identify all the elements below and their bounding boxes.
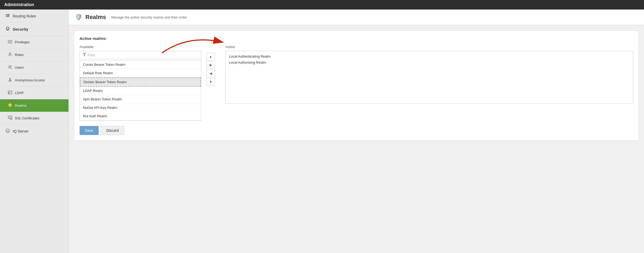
security-icon [5,26,10,32]
svg-rect-14 [8,91,12,94]
move-up-button[interactable]: ▲ [206,53,215,60]
page-header-icon: 🛡️ [75,14,82,21]
sidebar-label-iq-server: IQ Server [13,129,29,133]
save-button[interactable]: Save [80,126,99,135]
sidebar-label-users: Users [15,65,24,69]
realm-item-ldap[interactable]: LDAP Realm [80,87,201,95]
privileges-icon [8,40,12,45]
available-label: Available [80,45,201,49]
filter-icon [82,53,86,57]
button-row: Save Discard [80,126,633,135]
users-icon [8,65,12,70]
anon-icon [8,78,12,83]
page-subtitle: Manage the active security realms and th… [111,15,187,19]
available-realms-list: Conan Bearer Token Realm Default Role Re… [80,60,201,121]
sidebar-label-ssl-certificates: SSL Certificates [15,116,39,120]
move-right-button[interactable]: ▶ [206,61,215,69]
roles-icon [8,52,12,57]
sidebar-item-routing-rules[interactable]: Routing Rules [0,10,68,23]
svg-rect-6 [7,30,8,30]
top-bar: Administration [0,0,644,10]
move-down-button[interactable]: ▼ [206,78,215,86]
svg-point-10 [9,53,11,54]
section-label: Active realms: [80,36,633,41]
realm-item-default-role[interactable]: Default Role Realm [80,69,201,77]
app-container: Administration Routing Rules [0,0,644,253]
svg-point-11 [9,66,10,67]
controls-column: ▲ ▶ ◀ ▼ [206,45,215,86]
discard-button[interactable]: Discard [101,126,124,135]
realm-item-npm[interactable]: npm Bearer Token Realm [80,95,201,104]
sidebar-item-ssl-certificates[interactable]: SSL Certificates [0,112,68,125]
filter-box[interactable]: Filter [80,51,201,59]
sidebar-label-routing-rules: Routing Rules [13,14,36,18]
sidebar-item-ldap[interactable]: LDAP [0,87,68,99]
sidebar-item-users[interactable]: Users [0,61,68,74]
move-left-button[interactable]: ◀ [206,70,215,77]
ldap-icon [8,90,12,95]
realm-item-conan[interactable]: Conan Bearer Token Realm [80,60,201,69]
active-label: Active [226,45,633,49]
iq-icon: IQ [5,128,10,134]
sidebar-label-anonymous-access: Anonymous Access [15,78,45,82]
svg-point-13 [9,78,11,80]
sidebar-item-privileges[interactable]: Privileges [0,36,68,49]
realms-layout: Available Filter [80,45,633,121]
page-title: Realms [85,14,106,21]
sidebar-item-security[interactable]: Security [0,23,68,36]
main-content: 🛡️ Realms Manage the active security rea… [69,10,644,253]
active-realm-local-authz[interactable]: Local Authorizing Realm [229,59,630,65]
active-realms-list: Local Authenticating Realm Local Authori… [226,51,633,104]
svg-marker-24 [82,53,86,57]
sidebar-label-security: Security [13,27,28,31]
svg-rect-16 [9,92,10,93]
sidebar-item-anonymous-access[interactable]: Anonymous Access [0,74,68,87]
cert-icon [8,116,12,121]
active-column: Active Local Authenticating Realm Local … [226,45,633,104]
svg-text:IQ: IQ [6,130,9,132]
content-panel: Active realms: Available [74,31,639,140]
routing-rules-icon [5,13,10,19]
sidebar-label-roles: Roles [15,53,24,57]
available-column: Available Filter [80,45,201,121]
main-layout: Routing Rules Security [0,10,644,253]
active-realm-local-auth[interactable]: Local Authenticating Realm [229,53,630,59]
sidebar-label-realms: Realms [15,104,26,107]
sidebar-item-realms[interactable]: Realms [0,99,68,112]
sidebar-label-privileges: Privileges [15,40,30,44]
sidebar-item-iq-server[interactable]: IQ IQ Server [0,125,68,138]
filter-placeholder: Filter [88,53,95,57]
shield-icon [8,103,12,108]
sidebar-item-roles[interactable]: Roles [0,49,68,61]
admin-title: Administration [4,2,34,7]
sidebar: Routing Rules Security [0,10,69,253]
realm-item-docker[interactable]: Docker Bearer Token Realm [80,77,201,87]
svg-marker-3 [9,14,10,15]
page-header: 🛡️ Realms Manage the active security rea… [69,10,644,25]
svg-point-12 [11,65,12,67]
realm-item-nuget[interactable]: NuGet API-Key Realm [80,104,201,112]
sidebar-label-ldap: LDAP [15,91,24,95]
realm-item-rut[interactable]: Rut Auth Realm [80,112,201,120]
svg-rect-7 [8,40,12,43]
